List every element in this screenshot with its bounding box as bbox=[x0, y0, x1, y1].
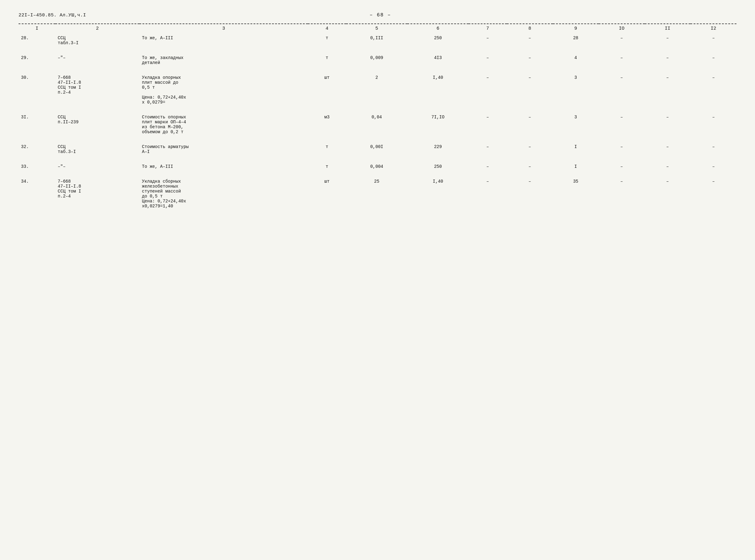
table-row: 34. 7–668 47–II–I.8 ССЦ том I п.2–4 Укла… bbox=[19, 176, 736, 212]
row-qty: 0,009 bbox=[346, 52, 407, 68]
row-col8: – bbox=[507, 72, 553, 108]
row-col12: – bbox=[690, 141, 736, 157]
row-col10: – bbox=[599, 176, 645, 212]
col-header-1: I bbox=[19, 24, 55, 33]
row-unit: т bbox=[308, 141, 346, 157]
row-ref: 7–668 47–II–I.8 ССЦ том I п.2–4 bbox=[55, 72, 139, 108]
row-unit: м3 bbox=[308, 112, 346, 138]
col-header-4: 4 bbox=[308, 24, 346, 33]
row-num: 30. bbox=[19, 72, 55, 108]
row-num: 34. bbox=[19, 176, 55, 212]
row-col8: – bbox=[507, 112, 553, 138]
row-ref: –"– bbox=[55, 52, 139, 68]
row-num: 33. bbox=[19, 161, 55, 172]
row-col11: – bbox=[645, 176, 691, 212]
row-desc: То же, А–III bbox=[139, 33, 308, 48]
row-price: 4I3 bbox=[407, 52, 469, 68]
row-unit: шт bbox=[308, 72, 346, 108]
row-col10: – bbox=[599, 33, 645, 48]
row-col10: – bbox=[599, 52, 645, 68]
row-col11: – bbox=[645, 112, 691, 138]
row-col7: – bbox=[469, 52, 507, 68]
row-col11: – bbox=[645, 141, 691, 157]
row-desc: Стоимость опорных плит марки ОП–4–4 из б… bbox=[139, 112, 308, 138]
col-header-3: 3 bbox=[139, 24, 308, 33]
row-col8: – bbox=[507, 52, 553, 68]
row-col10: – bbox=[599, 72, 645, 108]
row-desc: То же, А–III bbox=[139, 161, 308, 172]
col-header-2: 2 bbox=[55, 24, 139, 33]
row-ref: ССЦ п.II–239 bbox=[55, 112, 139, 138]
row-ref: –"– bbox=[55, 161, 139, 172]
row-col7: – bbox=[469, 72, 507, 108]
col-header-5: 5 bbox=[346, 24, 407, 33]
row-col10: – bbox=[599, 161, 645, 172]
row-unit: т bbox=[308, 33, 346, 48]
table-row: 28. ССЦ табл.3–I То же, А–III т 0,III 25… bbox=[19, 33, 736, 48]
row-col12: – bbox=[690, 33, 736, 48]
row-desc: То же, закладных деталей bbox=[139, 52, 308, 68]
row-col9: 28 bbox=[553, 33, 599, 48]
row-price: 7I,IO bbox=[407, 112, 469, 138]
row-unit: шт bbox=[308, 176, 346, 212]
row-col7: – bbox=[469, 161, 507, 172]
col-header-8: 8 bbox=[507, 24, 553, 33]
row-desc: Укладка сборных железобетонных ступеней … bbox=[139, 176, 308, 212]
table-row: 3I. ССЦ п.II–239 Стоимость опорных плит … bbox=[19, 112, 736, 138]
row-col8: – bbox=[507, 141, 553, 157]
table-row: 29. –"– То же, закладных деталей т 0,009… bbox=[19, 52, 736, 68]
row-price: I,40 bbox=[407, 72, 469, 108]
row-col9: 3 bbox=[553, 72, 599, 108]
row-unit: т bbox=[308, 161, 346, 172]
row-qty: 25 bbox=[346, 176, 407, 212]
row-qty: 2 bbox=[346, 72, 407, 108]
table-row: 30. 7–668 47–II–I.8 ССЦ том I п.2–4 Укла… bbox=[19, 72, 736, 108]
row-price: 250 bbox=[407, 33, 469, 48]
col-header-11: II bbox=[645, 24, 691, 33]
row-col11: – bbox=[645, 33, 691, 48]
row-col11: – bbox=[645, 161, 691, 172]
row-col9: I bbox=[553, 141, 599, 157]
row-num: 3I. bbox=[19, 112, 55, 138]
col-header-6: 6 bbox=[407, 24, 469, 33]
row-col8: – bbox=[507, 176, 553, 212]
col-header-10: IO bbox=[599, 24, 645, 33]
table-row: 33. –"– То же, А–III т 0,004 250 – – I –… bbox=[19, 161, 736, 172]
row-col11: – bbox=[645, 52, 691, 68]
row-num: 28. bbox=[19, 33, 55, 48]
row-col10: – bbox=[599, 112, 645, 138]
row-col7: – bbox=[469, 176, 507, 212]
row-qty: 0,III bbox=[346, 33, 407, 48]
col-header-7: 7 bbox=[469, 24, 507, 33]
row-col7: – bbox=[469, 112, 507, 138]
row-col12: – bbox=[690, 176, 736, 212]
row-col12: – bbox=[690, 161, 736, 172]
row-col9: 35 bbox=[553, 176, 599, 212]
page-number: – 68 – bbox=[370, 12, 391, 18]
table-row: 32. ССЦ таб.3–I Стоимость арматуры А–I т… bbox=[19, 141, 736, 157]
row-price: 229 bbox=[407, 141, 469, 157]
row-qty: 0,00I bbox=[346, 141, 407, 157]
row-price: I,40 bbox=[407, 176, 469, 212]
row-col9: I bbox=[553, 161, 599, 172]
row-ref: ССЦ табл.3–I bbox=[55, 33, 139, 48]
row-qty: 0,004 bbox=[346, 161, 407, 172]
row-col7: – bbox=[469, 141, 507, 157]
row-col8: – bbox=[507, 33, 553, 48]
row-price: 250 bbox=[407, 161, 469, 172]
col-header-12: I2 bbox=[690, 24, 736, 33]
page-title: 22I–I–450.85. Ал.УШ,ч.I bbox=[19, 13, 86, 18]
row-desc: Стоимость арматуры А–I bbox=[139, 141, 308, 157]
row-col7: – bbox=[469, 33, 507, 48]
row-ref: 7–668 47–II–I.8 ССЦ том I п.2–4 bbox=[55, 176, 139, 212]
row-col12: – bbox=[690, 52, 736, 68]
row-col9: 3 bbox=[553, 112, 599, 138]
row-col10: – bbox=[599, 141, 645, 157]
row-num: 32. bbox=[19, 141, 55, 157]
row-desc: Укладка опорных плит массой до 0,5 т Цен… bbox=[139, 72, 308, 108]
row-col12: – bbox=[690, 112, 736, 138]
row-col9: 4 bbox=[553, 52, 599, 68]
row-num: 29. bbox=[19, 52, 55, 68]
col-header-9: 9 bbox=[553, 24, 599, 33]
row-col8: – bbox=[507, 161, 553, 172]
